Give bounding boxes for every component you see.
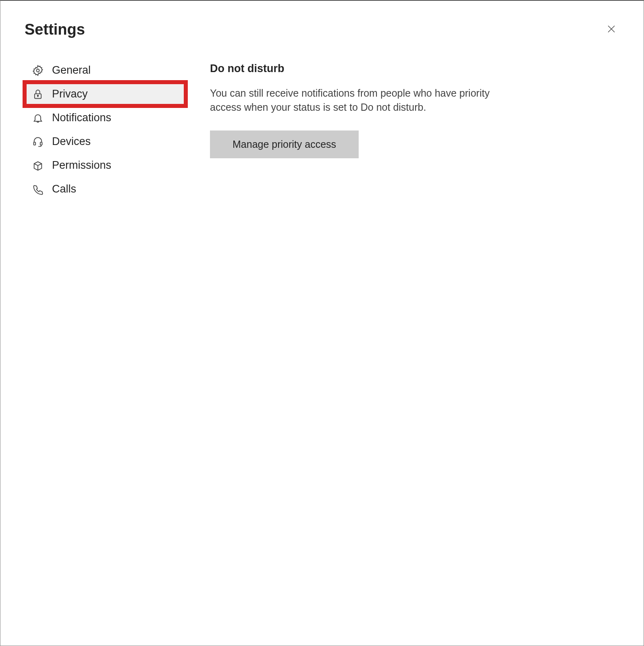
close-icon [607,29,616,35]
bell-icon [32,112,44,124]
sidebar-item-label: Permissions [52,159,111,172]
sidebar-item-label: Calls [52,183,76,195]
sidebar-item-general[interactable]: General [25,58,186,82]
settings-dialog: Settings General [0,1,644,646]
svg-rect-6 [34,142,36,145]
settings-sidebar: General Privacy [25,58,186,201]
sidebar-item-label: Notifications [52,112,111,124]
phone-icon [32,183,44,195]
svg-rect-7 [40,142,42,145]
sidebar-item-privacy[interactable]: Privacy [25,82,186,106]
sidebar-item-label: Devices [52,135,91,148]
box-icon [32,159,44,172]
settings-body: General Privacy [25,58,619,201]
sidebar-item-label: General [52,64,91,77]
sidebar-item-label: Privacy [52,88,88,100]
headset-icon [32,136,44,148]
lock-icon [32,88,44,100]
settings-main: Do not disturb You can still receive not… [210,58,619,201]
section-title: Do not disturb [210,62,619,75]
section-description: You can still receive notifications from… [210,86,516,114]
settings-header: Settings [25,21,619,38]
svg-point-4 [37,95,39,96]
sidebar-item-permissions[interactable]: Permissions [25,153,186,177]
sidebar-item-devices[interactable]: Devices [25,130,186,153]
page-title: Settings [25,21,85,38]
close-button[interactable] [603,21,619,38]
sidebar-item-notifications[interactable]: Notifications [25,106,186,130]
manage-priority-access-button[interactable]: Manage priority access [210,130,359,158]
svg-point-2 [37,69,39,72]
gear-icon [32,64,44,77]
sidebar-item-calls[interactable]: Calls [25,177,186,201]
